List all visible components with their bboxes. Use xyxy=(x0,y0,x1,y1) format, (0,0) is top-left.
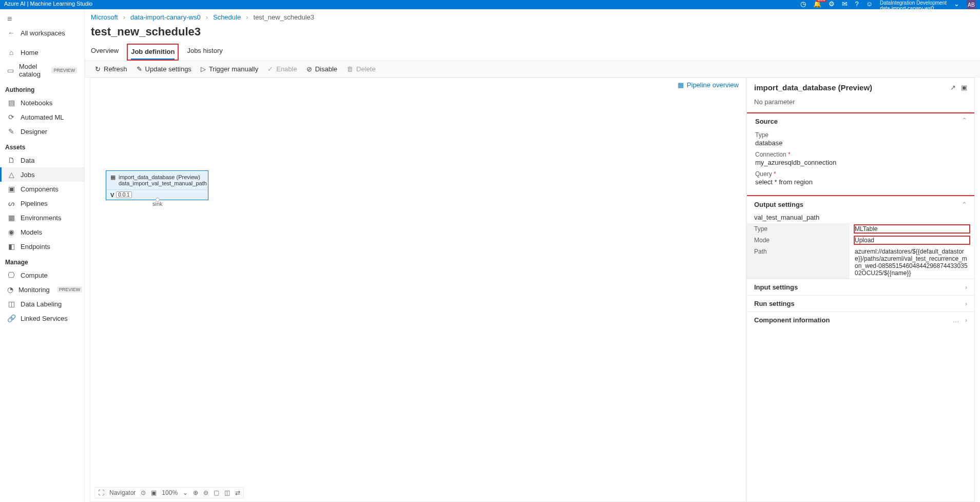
expand-panel-icon[interactable]: ↗ xyxy=(950,84,956,91)
clock-icon[interactable]: ◷ xyxy=(800,0,806,8)
sidebar-item-label: Pipelines xyxy=(21,200,48,207)
expand-icon[interactable]: ⛶ xyxy=(98,489,104,496)
linked-icon: 🔗 xyxy=(7,314,15,322)
pipeline-overview-button[interactable]: ▦ Pipeline overview xyxy=(678,81,739,89)
output-type-label: Type xyxy=(747,223,850,235)
box-icon[interactable]: ◫ xyxy=(224,489,230,496)
chevron-right-icon: › xyxy=(246,13,248,21)
sidebar-item-label: Model catalog xyxy=(19,63,44,78)
field-label: Type xyxy=(755,131,966,139)
sidebar-notebooks[interactable]: ▤Notebooks xyxy=(0,95,84,110)
settings-icon[interactable]: ⚙ xyxy=(829,0,835,8)
breadcrumb-link[interactable]: Schedule xyxy=(213,13,241,21)
pipeline-node[interactable]: ▦ import_data_database (Preview) data_im… xyxy=(106,170,208,200)
input-settings-header[interactable]: Input settings › xyxy=(747,279,974,295)
sidebar-models[interactable]: ◉Models xyxy=(0,225,84,239)
edit-icon: ✎ xyxy=(137,65,142,73)
notif-badge: 100 xyxy=(816,0,827,2)
sidebar-item-label: Components xyxy=(21,185,59,193)
popout-icon[interactable]: ▣ xyxy=(961,84,967,91)
sidebar-data[interactable]: 🗋Data xyxy=(0,153,84,167)
sidebar-pipelines[interactable]: ᔕPipelines xyxy=(0,196,84,210)
details-panel: import_data_database (Preview) ↗ ▣ No pa… xyxy=(746,78,975,502)
labeling-icon: ◫ xyxy=(7,300,15,308)
sidebar-item-label: Monitoring xyxy=(18,286,50,294)
sidebar-jobs[interactable]: △Jobs xyxy=(0,167,84,182)
sidebar-item-label: Endpoints xyxy=(21,243,50,250)
overview-icon: ▦ xyxy=(678,81,684,89)
chevron-down-icon[interactable]: ⌄ xyxy=(183,489,188,496)
jobs-icon: △ xyxy=(7,170,15,179)
zoom-in-icon[interactable]: ⊕ xyxy=(193,489,198,496)
tab-job-definition[interactable]: Job definition xyxy=(131,45,175,60)
sink-label: sink xyxy=(152,201,163,207)
node-subtitle: data_import_val_test_manual_path xyxy=(119,180,207,186)
sidebar-automl[interactable]: ⟳Automated ML xyxy=(0,110,84,124)
sidebar-data-labeling[interactable]: ◫Data Labeling xyxy=(0,297,84,311)
product-title: Azure AI | Machine Learning Studio xyxy=(4,0,92,7)
sidebar-components[interactable]: ▣Components xyxy=(0,182,84,196)
update-settings-button[interactable]: ✎Update settings xyxy=(137,65,191,73)
sidebar-designer[interactable]: ✎Designer xyxy=(0,124,84,139)
field-value: my_azuresqldb_connection xyxy=(755,159,966,166)
tab-jobs-history[interactable]: Jobs history xyxy=(187,44,222,61)
refresh-button[interactable]: ↻Refresh xyxy=(95,65,127,73)
notifications-icon[interactable]: 🔔100 xyxy=(813,0,821,8)
refresh-icon: ↻ xyxy=(95,65,101,73)
output-section-header[interactable]: Output settings ⌃ xyxy=(747,197,974,213)
monitoring-icon: ◔ xyxy=(7,285,13,294)
zoom-out-icon[interactable]: ⊖ xyxy=(203,489,208,496)
field-label: Query * xyxy=(755,170,966,178)
version-prefix: V xyxy=(110,192,114,198)
preview-badge: PREVIEW xyxy=(57,286,83,293)
component-info-header[interactable]: Component information … › xyxy=(747,312,974,328)
more-icon[interactable]: … xyxy=(953,316,960,324)
feedback-icon[interactable]: ✉ xyxy=(842,0,848,8)
source-section-header[interactable]: Source xyxy=(748,113,973,129)
enable-button: ✓Enable xyxy=(267,65,297,73)
sidebar-model-catalog[interactable]: ▭ Model catalog PREVIEW xyxy=(0,60,84,81)
sidebar-compute[interactable]: 🖵Compute xyxy=(0,268,84,282)
navigator-button[interactable]: Navigator xyxy=(109,489,136,496)
sidebar-linked-services[interactable]: 🔗Linked Services xyxy=(0,311,84,325)
shuffle-icon[interactable]: ⇄ xyxy=(235,489,240,496)
disable-button[interactable]: ⊘Disable xyxy=(306,65,337,73)
breadcrumb-link[interactable]: data-import-canary-ws0 xyxy=(130,13,201,21)
breadcrumb-current: test_new_schedule3 xyxy=(254,13,315,21)
tab-overview[interactable]: Overview xyxy=(91,44,119,61)
chevron-down-icon[interactable]: ⌄ xyxy=(954,0,959,8)
screenshot-icon[interactable]: ▣ xyxy=(151,489,157,496)
zoom-level[interactable]: 100% xyxy=(162,489,178,496)
field-value: database xyxy=(755,139,966,147)
pipeline-canvas[interactable]: ▦ Pipeline overview ▦ import_data_databa… xyxy=(90,78,746,502)
smile-icon[interactable]: ☺ xyxy=(866,0,873,8)
sidebar-item-label: Data Labeling xyxy=(21,300,62,308)
output-path-label: Path xyxy=(747,246,850,279)
run-settings-header[interactable]: Run settings › xyxy=(747,296,974,312)
sidebar-item-label: Models xyxy=(21,228,42,236)
chevron-up-icon[interactable]: ⌃ xyxy=(962,117,967,124)
run-settings-section: Run settings › xyxy=(747,295,974,312)
chevron-right-icon: › xyxy=(965,300,967,307)
help-icon[interactable]: ? xyxy=(855,0,858,8)
sidebar-all-workspaces[interactable]: ← All workspaces xyxy=(0,26,84,40)
output-name: val_test_manual_path xyxy=(747,213,974,223)
sidebar-section-manage: Manage xyxy=(0,254,84,268)
fit-icon[interactable]: ▢ xyxy=(214,489,219,496)
sidebar-item-label: Home xyxy=(21,49,39,56)
target-icon[interactable]: ⊙ xyxy=(141,489,146,496)
endpoints-icon: ◧ xyxy=(7,242,15,250)
breadcrumb-link[interactable]: Microsoft xyxy=(91,13,118,21)
trigger-manually-button[interactable]: ▷Trigger manually xyxy=(201,65,258,73)
sidebar-monitoring[interactable]: ◔MonitoringPREVIEW xyxy=(0,282,84,297)
sidebar-endpoints[interactable]: ◧Endpoints xyxy=(0,239,84,254)
chevron-right-icon: › xyxy=(206,13,208,21)
avatar[interactable]: AB xyxy=(967,0,976,9)
highlight-box: Job definition xyxy=(127,44,179,61)
sidebar-section-assets: Assets xyxy=(0,139,84,153)
hamburger-icon[interactable]: ≡ xyxy=(0,12,84,26)
page-title: test_new_schedule3 xyxy=(85,23,980,44)
sidebar-home[interactable]: ⌂ Home xyxy=(0,45,84,60)
sidebar-environments[interactable]: ▦Environments xyxy=(0,210,84,225)
chevron-right-icon: › xyxy=(123,13,125,21)
